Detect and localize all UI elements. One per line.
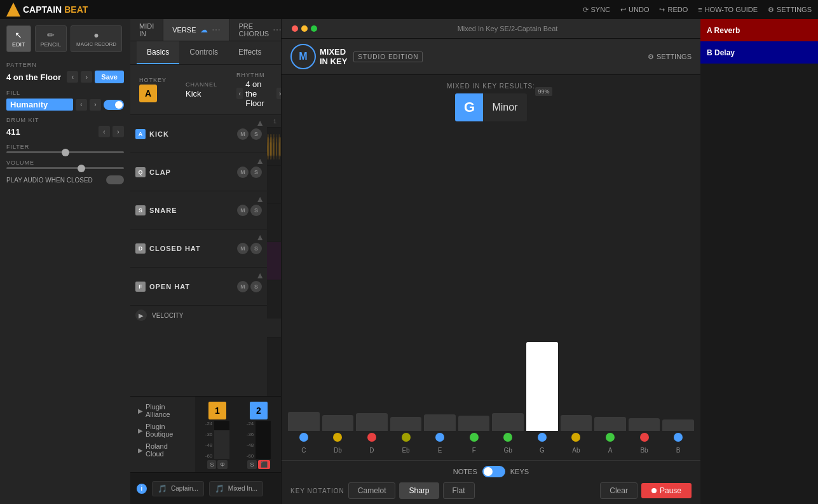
tab-midi-in[interactable]: MIDI IN	[130, 19, 163, 41]
piano-bar-eb	[390, 417, 422, 444]
sync-button[interactable]: ⟳ SYNC	[583, 6, 611, 14]
maximize-window-button[interactable]	[311, 25, 317, 32]
bar-fill-c	[288, 412, 320, 431]
play-audio-toggle[interactable]	[106, 175, 124, 184]
mik-header: M MIXED IN KEY STUDIO EDITION ⚙ SETTINGS	[282, 39, 700, 75]
volume-slider[interactable]	[6, 167, 124, 169]
minimize-window-button[interactable]	[301, 25, 308, 32]
right-empty	[700, 64, 818, 504]
fill-toggle[interactable]	[104, 100, 124, 110]
channel-2-s-button[interactable]: S	[247, 460, 256, 469]
verse-tab-options[interactable]: ⋯	[212, 25, 221, 35]
snare-mute-button[interactable]: M	[237, 205, 249, 216]
channel-1-controls: S Φ	[207, 460, 227, 469]
tab-verse[interactable]: VERSE ☁ ⋯	[163, 19, 229, 41]
note-dot-d	[367, 433, 376, 442]
tab-export[interactable]: Export	[272, 41, 282, 64]
clap-sequence-row	[267, 166, 281, 204]
pattern-prev-button[interactable]: ‹	[67, 71, 78, 83]
velocity-row: ▶ VELOCITY	[130, 306, 267, 325]
plugin-alliance-item[interactable]: ▶ Plugin Alliance	[135, 402, 190, 419]
channel-1-phi-button[interactable]: Φ	[217, 460, 227, 469]
magic-record-button[interactable]: ● MAGIC RECORD	[71, 25, 122, 52]
clap-solo-button[interactable]: S	[250, 167, 262, 178]
camelot-notation-button[interactable]: Camelot	[348, 482, 396, 499]
edit-tool-button[interactable]: ↖ EDIT	[6, 25, 31, 52]
redo-button[interactable]: ↪ REDO	[659, 6, 688, 14]
snare-expand-button[interactable]: ▲	[256, 194, 264, 204]
channel-value: Kick	[186, 89, 217, 99]
channel-2-mute-button[interactable]: ⬛	[258, 460, 270, 469]
bar-fill-g	[526, 342, 558, 431]
reverb-bar: A Reverb	[700, 19, 818, 41]
sharp-notation-button[interactable]: Sharp	[399, 482, 439, 499]
note-dot-g	[538, 433, 547, 442]
drum-kit-prev-button[interactable]: ‹	[99, 126, 110, 137]
closed-hat-solo-button[interactable]: S	[250, 243, 262, 254]
note-dot-eb	[402, 433, 411, 442]
roland-cloud-item[interactable]: ▶ Roland Cloud	[135, 441, 190, 459]
channel-1-s-button[interactable]: S	[207, 460, 216, 469]
how-to-guide-button[interactable]: ≡ HOW-TO GUIDE	[698, 6, 758, 13]
close-window-button[interactable]	[292, 25, 298, 32]
keys-label: KEYS	[510, 468, 529, 475]
flat-notation-button[interactable]: Flat	[443, 482, 475, 499]
fill-prev-button[interactable]: ‹	[76, 99, 87, 111]
closed-hat-expand-button[interactable]: ▲	[256, 232, 264, 242]
notes-label: NOTES	[453, 468, 477, 475]
piano-bar-ab	[561, 415, 592, 444]
rhythm-field: RHYTHM ‹ 4 on the Floor ›	[236, 72, 281, 108]
kick-expand-button[interactable]: ▲	[256, 118, 264, 128]
volume-section: VOLUME	[6, 160, 124, 169]
key-notation-row: KEY NOTATION Camelot Sharp Flat Clear Pa…	[290, 482, 692, 499]
pause-button[interactable]: Pause	[641, 483, 692, 498]
pattern-next-button[interactable]: ›	[81, 71, 92, 83]
bar-fill-f	[458, 416, 490, 431]
sequencer-grid: 1 1.3 2 2.3 3 3.3 4 4.3 ◀	[267, 115, 281, 396]
note-dot-b	[674, 433, 683, 442]
snare-solo-button[interactable]: S	[250, 205, 262, 216]
note-label-bb: Bb	[629, 447, 660, 454]
clear-button[interactable]: Clear	[600, 482, 637, 499]
fill-next-button[interactable]: ›	[90, 99, 101, 111]
open-hat-sequence-row	[267, 280, 281, 318]
notes-keys-toggle[interactable]	[482, 466, 505, 477]
settings-button[interactable]: ⚙ SETTINGS	[768, 6, 812, 14]
save-button[interactable]: Save	[95, 71, 124, 83]
clap-mute-button[interactable]: M	[237, 167, 249, 178]
pre-chorus-tab-options[interactable]: ⋯	[273, 25, 281, 35]
tab-basics[interactable]: Basics	[137, 41, 179, 64]
open-hat-expand-button[interactable]: ▲	[256, 270, 264, 280]
undo-button[interactable]: ↩ UNDO	[620, 6, 649, 14]
note-labels-row: CDbDEbEFGbGAbABbB	[288, 447, 694, 454]
mixed-in-key-plugin[interactable]: 🎵 Mixed In...	[209, 481, 263, 496]
drum-kit-next-button[interactable]: ›	[112, 126, 124, 137]
kick-mute-button[interactable]: M	[237, 128, 249, 140]
rhythm-prev-button[interactable]: ‹	[236, 88, 243, 99]
captain-beat-plugin[interactable]: 🎵 Captain...	[152, 481, 204, 496]
kick-waveform	[267, 131, 281, 163]
hotkey-field: HOTKEY A	[139, 77, 167, 102]
section-tabs: MIDI IN VERSE ☁ ⋯ PRE CHORUS ⋯ CHORUS ⋯ …	[130, 19, 281, 41]
tab-pre-chorus[interactable]: PRE CHORUS ⋯	[230, 19, 281, 41]
info-icon[interactable]: i	[137, 484, 147, 494]
note-dot-e	[435, 433, 444, 442]
app-logo: CAPTAIN BEAT	[6, 3, 88, 17]
hotkey-box: A	[139, 85, 157, 102]
kick-solo-button[interactable]: S	[250, 128, 262, 140]
pattern-section: PATTERN 4 on the Floor ‹ › Save	[6, 62, 124, 83]
plugin-boutique-item[interactable]: ▶ Plugin Boutique	[135, 421, 190, 439]
tab-effects[interactable]: Effects	[228, 41, 271, 64]
closed-hat-mute-button[interactable]: M	[237, 243, 249, 254]
bar-fill-gb	[492, 413, 524, 431]
clap-expand-button[interactable]: ▲	[256, 156, 264, 166]
tab-controls[interactable]: Controls	[179, 41, 228, 64]
bar-fill-eb	[390, 417, 422, 431]
mik-window-title: Mixed In Key SE/2-Captain Beat	[321, 25, 694, 32]
mik-settings-button[interactable]: ⚙ SETTINGS	[648, 53, 692, 61]
open-hat-mute-button[interactable]: M	[237, 281, 249, 292]
open-hat-solo-button[interactable]: S	[250, 281, 262, 292]
toggle-thumb	[484, 467, 493, 476]
filter-slider[interactable]	[6, 151, 124, 153]
pencil-tool-button[interactable]: ✏ PENCIL	[35, 25, 67, 52]
